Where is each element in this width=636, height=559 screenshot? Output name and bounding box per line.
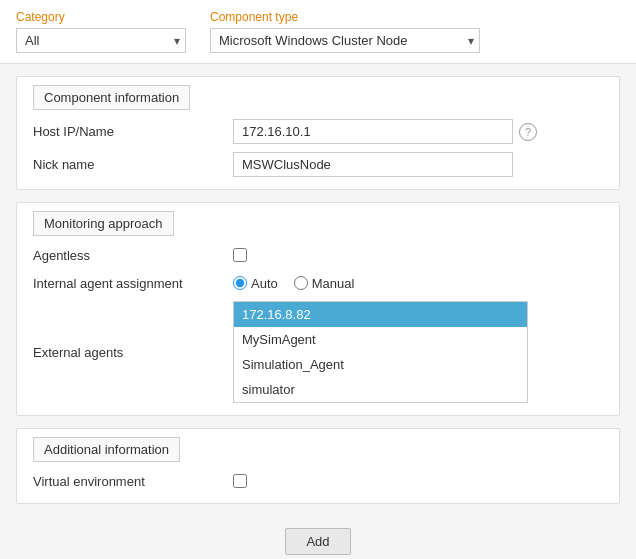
additional-information-section: Additional information Virtual environme… bbox=[16, 428, 620, 504]
manual-radio[interactable] bbox=[294, 276, 308, 290]
category-select[interactable]: All bbox=[16, 28, 186, 53]
add-button[interactable]: Add bbox=[285, 528, 350, 555]
nick-name-input[interactable] bbox=[233, 152, 513, 177]
auto-label: Auto bbox=[251, 276, 278, 291]
list-item[interactable]: 172.16.8.82 bbox=[234, 302, 527, 327]
agent-assignment-radio-group: Auto Manual bbox=[233, 276, 354, 291]
host-ip-row: Host IP/Name ? bbox=[17, 111, 619, 144]
manual-label: Manual bbox=[312, 276, 355, 291]
list-item[interactable]: MySimAgent bbox=[234, 327, 527, 352]
internal-agent-label: Internal agent assignment bbox=[33, 276, 233, 291]
host-ip-help-icon[interactable]: ? bbox=[519, 123, 537, 141]
agentless-row: Agentless bbox=[17, 237, 619, 265]
nick-name-row: Nick name bbox=[17, 144, 619, 177]
host-ip-input[interactable] bbox=[233, 119, 513, 144]
component-information-section: Component information Host IP/Name ? Nic… bbox=[16, 76, 620, 190]
category-label: Category bbox=[16, 10, 186, 24]
external-agents-row: External agents 172.16.8.82 MySimAgent S… bbox=[17, 293, 619, 403]
auto-radio-option[interactable]: Auto bbox=[233, 276, 278, 291]
virtual-env-row: Virtual environment bbox=[17, 463, 619, 491]
component-information-title: Component information bbox=[33, 85, 190, 110]
component-type-field: Component type Microsoft Windows Cluster… bbox=[210, 10, 480, 53]
component-type-select[interactable]: Microsoft Windows Cluster Node bbox=[210, 28, 480, 53]
virtual-env-checkbox[interactable] bbox=[233, 474, 247, 488]
list-item[interactable]: simulator bbox=[234, 377, 527, 402]
footer: Add bbox=[0, 516, 636, 559]
internal-agent-row: Internal agent assignment Auto Manual bbox=[17, 265, 619, 293]
virtual-env-label: Virtual environment bbox=[33, 474, 233, 489]
monitoring-approach-title: Monitoring approach bbox=[33, 211, 174, 236]
manual-radio-option[interactable]: Manual bbox=[294, 276, 355, 291]
category-field: Category All bbox=[16, 10, 186, 53]
auto-radio[interactable] bbox=[233, 276, 247, 290]
list-item[interactable]: Simulation_Agent bbox=[234, 352, 527, 377]
monitoring-approach-section: Monitoring approach Agentless Internal a… bbox=[16, 202, 620, 416]
external-agents-listbox[interactable]: 172.16.8.82 MySimAgent Simulation_Agent … bbox=[233, 301, 528, 403]
nick-name-label: Nick name bbox=[33, 157, 233, 172]
agentless-label: Agentless bbox=[33, 248, 233, 263]
external-agents-label: External agents bbox=[33, 345, 233, 360]
additional-information-title: Additional information bbox=[33, 437, 180, 462]
agentless-checkbox[interactable] bbox=[233, 248, 247, 262]
host-ip-label: Host IP/Name bbox=[33, 124, 233, 139]
component-type-label: Component type bbox=[210, 10, 480, 24]
